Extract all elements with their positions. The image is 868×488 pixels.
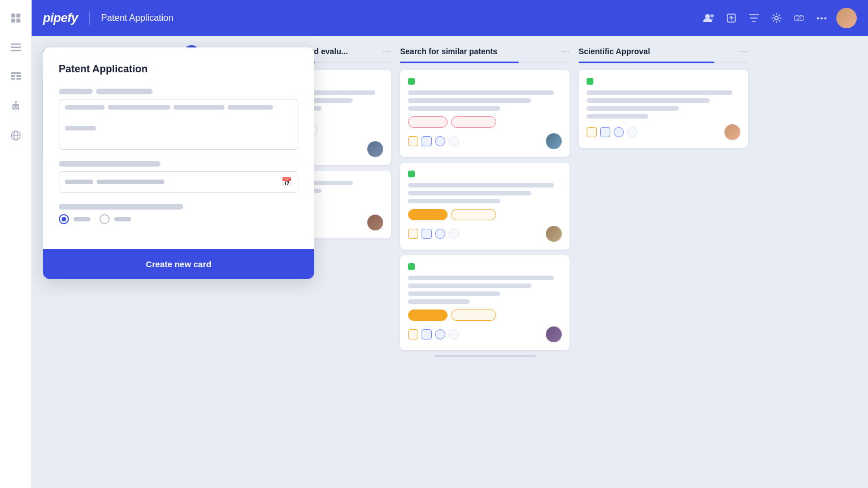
create-card-modal: Patent Application bbox=[43, 47, 314, 279]
date-input[interactable]: 📅 bbox=[59, 171, 298, 193]
card-icon-box4[interactable] bbox=[449, 136, 459, 146]
badge-orange-fill bbox=[408, 310, 448, 321]
card-icon-box2[interactable] bbox=[422, 229, 432, 239]
more-icon[interactable] bbox=[814, 10, 830, 26]
sidebar-icon-table[interactable] bbox=[7, 68, 25, 86]
svg-rect-7 bbox=[11, 72, 21, 74]
card-line bbox=[587, 90, 732, 95]
column-cards-search bbox=[400, 70, 570, 350]
card-line bbox=[408, 191, 531, 195]
card-icon-box1[interactable] bbox=[587, 127, 597, 137]
card-lines bbox=[408, 276, 562, 304]
calendar-icon[interactable]: 📅 bbox=[281, 177, 292, 187]
board-area: Payment of the Fee + ··· bbox=[32, 36, 868, 488]
svg-point-27 bbox=[824, 17, 827, 19]
column-more-scientific[interactable]: ··· bbox=[740, 45, 748, 57]
card-icon-box1[interactable] bbox=[408, 136, 418, 146]
svg-rect-9 bbox=[16, 75, 21, 77]
modal-textarea[interactable] bbox=[59, 99, 298, 150]
link-icon[interactable] bbox=[791, 10, 807, 26]
svg-rect-0 bbox=[11, 14, 15, 18]
sidebar-icon-robot[interactable] bbox=[7, 97, 25, 115]
field-3-label bbox=[59, 204, 298, 210]
radio-item-2[interactable] bbox=[99, 214, 131, 224]
card-tags bbox=[408, 171, 562, 177]
field-2-label bbox=[59, 161, 298, 167]
card-icon-box1[interactable] bbox=[408, 229, 418, 239]
radio-row bbox=[59, 214, 298, 224]
column-title-search: Search for similar patents bbox=[400, 47, 557, 56]
card-line bbox=[587, 98, 710, 103]
card-c4[interactable] bbox=[400, 70, 570, 157]
field-1-label bbox=[59, 89, 298, 94]
svg-point-15 bbox=[13, 106, 15, 108]
create-new-card-button[interactable]: Create new card bbox=[146, 259, 211, 269]
card-icon-box4[interactable] bbox=[627, 127, 637, 137]
card-avatar bbox=[724, 124, 740, 140]
radio-label bbox=[73, 217, 90, 221]
svg-rect-11 bbox=[16, 78, 21, 80]
scroll-indicator bbox=[434, 355, 536, 357]
card-icon-box3[interactable] bbox=[614, 127, 624, 137]
filter-icon[interactable] bbox=[746, 10, 762, 26]
card-icon-box4[interactable] bbox=[449, 329, 459, 339]
card-line bbox=[408, 276, 554, 280]
sidebar bbox=[0, 0, 32, 488]
card-c7[interactable] bbox=[579, 70, 748, 148]
svg-rect-14 bbox=[15, 103, 16, 104]
badge-orange-fill bbox=[408, 209, 448, 220]
card-footer bbox=[408, 226, 562, 242]
card-icons bbox=[587, 127, 637, 137]
card-icon-box4[interactable] bbox=[449, 229, 459, 239]
tag-green bbox=[408, 263, 415, 270]
label-pill bbox=[96, 89, 153, 94]
settings-icon[interactable] bbox=[769, 10, 784, 26]
modal-field-1 bbox=[59, 89, 298, 150]
card-icon-box1[interactable] bbox=[408, 329, 418, 339]
card-icons bbox=[408, 136, 459, 146]
column-header-scientific: Scientific Approval ··· bbox=[579, 45, 748, 57]
card-icons bbox=[408, 229, 459, 239]
svg-point-26 bbox=[821, 17, 823, 19]
card-badge-row bbox=[408, 116, 562, 128]
modal-field-2: 📅 bbox=[59, 161, 298, 193]
svg-point-13 bbox=[15, 101, 17, 103]
card-icon-box2[interactable] bbox=[600, 127, 610, 137]
user-avatar[interactable] bbox=[836, 8, 857, 28]
users-icon[interactable] bbox=[701, 10, 717, 26]
card-icon-box3[interactable] bbox=[435, 229, 445, 239]
card-tags bbox=[408, 78, 562, 85]
badge-orange bbox=[451, 310, 496, 321]
card-c6[interactable] bbox=[400, 255, 570, 350]
card-footer bbox=[408, 326, 562, 342]
export-icon[interactable] bbox=[723, 10, 739, 26]
column-search: Search for similar patents ··· bbox=[400, 45, 570, 357]
radio-button-unselected[interactable] bbox=[99, 214, 110, 224]
modal-body: Patent Application bbox=[43, 47, 314, 249]
sidebar-icon-list[interactable] bbox=[7, 38, 25, 56]
card-icons bbox=[408, 329, 459, 339]
sidebar-icon-globe[interactable] bbox=[7, 127, 25, 145]
svg-rect-17 bbox=[14, 108, 18, 109]
card-icon-box2[interactable] bbox=[422, 329, 432, 339]
radio-button-selected[interactable] bbox=[59, 214, 69, 224]
card-c5[interactable] bbox=[400, 163, 570, 250]
card-avatar bbox=[546, 226, 562, 242]
card-icon-box3[interactable] bbox=[435, 329, 445, 339]
card-icon-box2[interactable] bbox=[422, 136, 432, 146]
sidebar-icon-grid[interactable] bbox=[7, 9, 25, 27]
svg-point-22 bbox=[710, 14, 714, 18]
card-line bbox=[408, 291, 500, 296]
svg-rect-8 bbox=[11, 75, 15, 77]
card-avatar bbox=[546, 133, 562, 149]
column-more-search[interactable]: ··· bbox=[561, 45, 570, 57]
textarea-line bbox=[65, 105, 105, 110]
card-icon-box3[interactable] bbox=[435, 136, 445, 146]
column-more-analyst[interactable]: ··· bbox=[383, 45, 391, 57]
card-footer bbox=[408, 133, 562, 149]
card-lines bbox=[408, 90, 562, 111]
svg-point-24 bbox=[775, 16, 778, 20]
tag-green bbox=[408, 78, 415, 85]
radio-item-1[interactable] bbox=[59, 214, 90, 224]
card-tags bbox=[408, 263, 562, 270]
